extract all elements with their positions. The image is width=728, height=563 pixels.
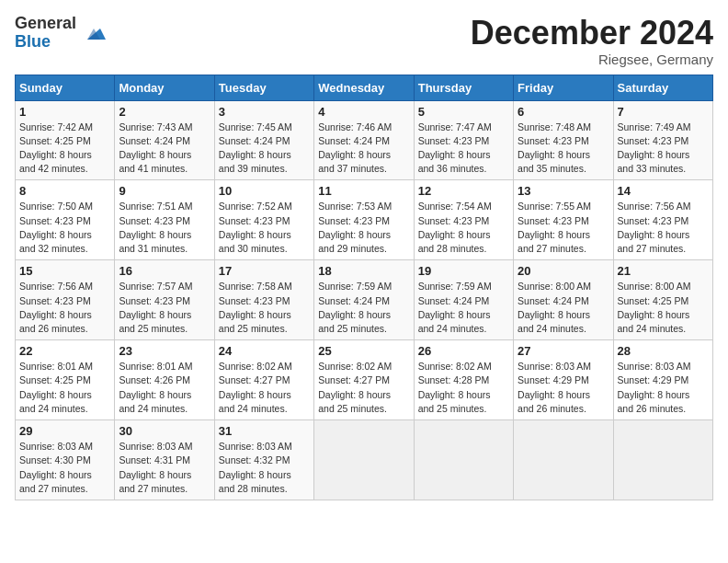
day-number: 4 <box>318 105 409 119</box>
day-number: 28 <box>618 344 709 358</box>
calendar-cell: 19Sunrise: 7:59 AM Sunset: 4:24 PM Dayli… <box>414 260 513 340</box>
calendar-cell: 17Sunrise: 7:58 AM Sunset: 4:23 PM Dayli… <box>214 260 313 340</box>
day-number: 20 <box>518 264 609 278</box>
day-number: 9 <box>119 184 210 198</box>
day-info: Sunrise: 7:54 AM Sunset: 4:23 PM Dayligh… <box>418 200 509 256</box>
day-number: 13 <box>518 184 609 198</box>
calendar-cell: 14Sunrise: 7:56 AM Sunset: 4:23 PM Dayli… <box>613 180 712 260</box>
calendar-cell <box>414 420 513 500</box>
column-header-monday: Monday <box>115 75 214 100</box>
calendar-cell: 23Sunrise: 8:01 AM Sunset: 4:26 PM Dayli… <box>115 340 214 420</box>
calendar-table: SundayMondayTuesdayWednesdayThursdayFrid… <box>15 75 713 500</box>
column-header-tuesday: Tuesday <box>214 75 313 100</box>
day-info: Sunrise: 7:53 AM Sunset: 4:23 PM Dayligh… <box>318 200 409 256</box>
calendar-cell: 5Sunrise: 7:47 AM Sunset: 4:23 PM Daylig… <box>414 100 513 180</box>
calendar-cell: 27Sunrise: 8:03 AM Sunset: 4:29 PM Dayli… <box>514 340 613 420</box>
day-info: Sunrise: 7:47 AM Sunset: 4:23 PM Dayligh… <box>418 121 509 177</box>
day-info: Sunrise: 7:48 AM Sunset: 4:23 PM Dayligh… <box>518 121 609 177</box>
day-info: Sunrise: 7:56 AM Sunset: 4:23 PM Dayligh… <box>618 200 709 256</box>
day-number: 12 <box>418 184 509 198</box>
day-number: 22 <box>19 344 110 358</box>
location-subtitle: Riegsee, Germany <box>471 52 713 67</box>
day-number: 6 <box>518 105 609 119</box>
column-header-friday: Friday <box>514 75 613 100</box>
day-info: Sunrise: 7:51 AM Sunset: 4:23 PM Dayligh… <box>119 200 210 256</box>
day-info: Sunrise: 7:59 AM Sunset: 4:24 PM Dayligh… <box>318 280 409 336</box>
day-info: Sunrise: 8:02 AM Sunset: 4:27 PM Dayligh… <box>318 360 409 416</box>
calendar-cell: 7Sunrise: 7:49 AM Sunset: 4:23 PM Daylig… <box>613 100 712 180</box>
day-info: Sunrise: 7:56 AM Sunset: 4:23 PM Dayligh… <box>19 280 110 336</box>
day-info: Sunrise: 7:58 AM Sunset: 4:23 PM Dayligh… <box>219 280 310 336</box>
column-header-sunday: Sunday <box>16 75 115 100</box>
day-info: Sunrise: 7:49 AM Sunset: 4:23 PM Dayligh… <box>618 121 709 177</box>
day-number: 14 <box>618 184 709 198</box>
calendar-cell <box>314 420 414 500</box>
day-info: Sunrise: 7:45 AM Sunset: 4:24 PM Dayligh… <box>219 121 310 177</box>
calendar-cell: 25Sunrise: 8:02 AM Sunset: 4:27 PM Dayli… <box>314 340 414 420</box>
column-header-thursday: Thursday <box>414 75 513 100</box>
day-number: 11 <box>318 184 409 198</box>
day-number: 7 <box>618 105 709 119</box>
day-number: 26 <box>418 344 509 358</box>
month-year-title: December 2024 <box>471 15 713 52</box>
calendar-cell: 22Sunrise: 8:01 AM Sunset: 4:25 PM Dayli… <box>16 340 115 420</box>
page-header: General Blue December 2024 Riegsee, Germ… <box>15 15 713 67</box>
calendar-cell: 1Sunrise: 7:42 AM Sunset: 4:25 PM Daylig… <box>16 100 115 180</box>
day-number: 19 <box>418 264 509 278</box>
day-info: Sunrise: 8:01 AM Sunset: 4:25 PM Dayligh… <box>19 360 110 416</box>
title-block: December 2024 Riegsee, Germany <box>471 15 713 67</box>
day-info: Sunrise: 7:46 AM Sunset: 4:24 PM Dayligh… <box>318 121 409 177</box>
day-info: Sunrise: 8:01 AM Sunset: 4:26 PM Dayligh… <box>119 360 210 416</box>
day-number: 15 <box>19 264 110 278</box>
day-info: Sunrise: 7:43 AM Sunset: 4:24 PM Dayligh… <box>119 121 210 177</box>
day-number: 24 <box>219 344 310 358</box>
calendar-cell: 10Sunrise: 7:52 AM Sunset: 4:23 PM Dayli… <box>214 180 313 260</box>
day-info: Sunrise: 8:03 AM Sunset: 4:32 PM Dayligh… <box>219 440 310 496</box>
day-info: Sunrise: 7:50 AM Sunset: 4:23 PM Dayligh… <box>19 200 110 256</box>
day-info: Sunrise: 8:02 AM Sunset: 4:28 PM Dayligh… <box>418 360 509 416</box>
column-header-saturday: Saturday <box>613 75 712 100</box>
day-number: 31 <box>219 424 310 438</box>
day-number: 25 <box>318 344 409 358</box>
day-number: 10 <box>219 184 310 198</box>
day-info: Sunrise: 7:57 AM Sunset: 4:23 PM Dayligh… <box>119 280 210 336</box>
day-info: Sunrise: 8:00 AM Sunset: 4:25 PM Dayligh… <box>618 280 709 336</box>
calendar-cell: 28Sunrise: 8:03 AM Sunset: 4:29 PM Dayli… <box>613 340 712 420</box>
calendar-cell: 30Sunrise: 8:03 AM Sunset: 4:31 PM Dayli… <box>115 420 214 500</box>
day-info: Sunrise: 8:03 AM Sunset: 4:31 PM Dayligh… <box>119 440 210 496</box>
calendar-week-row: 1Sunrise: 7:42 AM Sunset: 4:25 PM Daylig… <box>16 100 713 180</box>
calendar-cell: 4Sunrise: 7:46 AM Sunset: 4:24 PM Daylig… <box>314 100 414 180</box>
calendar-cell: 12Sunrise: 7:54 AM Sunset: 4:23 PM Dayli… <box>414 180 513 260</box>
logo-blue: Blue <box>15 33 76 52</box>
day-number: 8 <box>19 184 110 198</box>
day-number: 18 <box>318 264 409 278</box>
calendar-cell: 31Sunrise: 8:03 AM Sunset: 4:32 PM Dayli… <box>214 420 313 500</box>
calendar-week-row: 22Sunrise: 8:01 AM Sunset: 4:25 PM Dayli… <box>16 340 713 420</box>
calendar-week-row: 8Sunrise: 7:50 AM Sunset: 4:23 PM Daylig… <box>16 180 713 260</box>
calendar-header-row: SundayMondayTuesdayWednesdayThursdayFrid… <box>16 75 713 100</box>
calendar-cell: 24Sunrise: 8:02 AM Sunset: 4:27 PM Dayli… <box>214 340 313 420</box>
day-number: 29 <box>19 424 110 438</box>
calendar-cell: 18Sunrise: 7:59 AM Sunset: 4:24 PM Dayli… <box>314 260 414 340</box>
day-info: Sunrise: 7:52 AM Sunset: 4:23 PM Dayligh… <box>219 200 310 256</box>
calendar-cell: 2Sunrise: 7:43 AM Sunset: 4:24 PM Daylig… <box>115 100 214 180</box>
calendar-cell: 15Sunrise: 7:56 AM Sunset: 4:23 PM Dayli… <box>16 260 115 340</box>
calendar-cell: 29Sunrise: 8:03 AM Sunset: 4:30 PM Dayli… <box>16 420 115 500</box>
calendar-cell: 21Sunrise: 8:00 AM Sunset: 4:25 PM Dayli… <box>613 260 712 340</box>
day-info: Sunrise: 8:03 AM Sunset: 4:30 PM Dayligh… <box>19 440 110 496</box>
day-info: Sunrise: 7:59 AM Sunset: 4:24 PM Dayligh… <box>418 280 509 336</box>
day-number: 16 <box>119 264 210 278</box>
calendar-cell: 16Sunrise: 7:57 AM Sunset: 4:23 PM Dayli… <box>115 260 214 340</box>
calendar-cell <box>613 420 712 500</box>
calendar-cell <box>514 420 613 500</box>
day-number: 27 <box>518 344 609 358</box>
calendar-cell: 3Sunrise: 7:45 AM Sunset: 4:24 PM Daylig… <box>214 100 313 180</box>
day-info: Sunrise: 8:03 AM Sunset: 4:29 PM Dayligh… <box>518 360 609 416</box>
day-info: Sunrise: 7:55 AM Sunset: 4:23 PM Dayligh… <box>518 200 609 256</box>
day-number: 5 <box>418 105 509 119</box>
calendar-cell: 20Sunrise: 8:00 AM Sunset: 4:24 PM Dayli… <box>514 260 613 340</box>
calendar-week-row: 29Sunrise: 8:03 AM Sunset: 4:30 PM Dayli… <box>16 420 713 500</box>
logo-general: General <box>15 15 76 33</box>
day-number: 21 <box>618 264 709 278</box>
day-number: 17 <box>219 264 310 278</box>
